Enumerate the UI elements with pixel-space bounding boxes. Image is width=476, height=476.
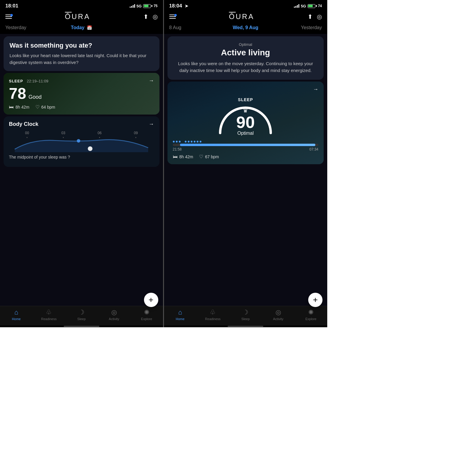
left-home-indicator-bar <box>64 326 99 327</box>
left-status-bar: 18:01 5G 75 <box>0 0 163 11</box>
left-clock-label-06: 06 <box>98 131 101 135</box>
right-share-icon[interactable]: ⬆ <box>308 13 313 20</box>
left-battery-tip <box>151 5 152 7</box>
left-sleep-card[interactable]: SLEEP 22:19–11:09 → 78 Good 🛏 8h 42m ♡ <box>4 73 159 115</box>
left-insight-card[interactable]: Was it something you ate? Looks like you… <box>4 36 159 71</box>
left-tab-today[interactable]: Today 📅 <box>56 24 107 32</box>
left-nav-activity[interactable]: ◎ Activity <box>98 309 131 321</box>
left-clock-labels: 00 03 06 09 <box>9 131 154 135</box>
left-sleep-icon: ☽ <box>79 309 84 316</box>
left-sleep-label-nav: Sleep <box>77 317 86 321</box>
left-nav-explore[interactable]: ✺ Explore <box>130 309 163 321</box>
left-phone: 18:01 5G 75 <box>0 0 164 327</box>
left-activity-icon: ◎ <box>111 309 117 316</box>
left-notification-dot <box>10 14 13 16</box>
left-nav-home[interactable]: ⌂ Home <box>0 309 33 321</box>
left-sleep-header: SLEEP 22:19–11:09 → <box>9 78 154 84</box>
left-body-clock-title: Body Clock <box>9 121 38 127</box>
left-midpoint-text: The midpoint of your sleep was ? <box>9 155 154 159</box>
left-nav-right: ⬆ ◎ <box>143 13 158 20</box>
left-network: 5G <box>137 4 142 8</box>
left-bottom-nav: ⌂ Home ♧ Readiness ☽ Sleep ◎ Activity ✺ … <box>0 306 163 325</box>
right-signal-bar-2 <box>295 6 296 8</box>
right-insight-card[interactable]: Optimal Active living Looks like you wer… <box>167 36 324 80</box>
right-phone: 18:04 ➤ 5G 74 <box>164 0 328 327</box>
left-sleep-time-range: 22:19–11:09 <box>27 79 48 83</box>
right-sleep-gauge-card[interactable]: → SLEEP ♛ 90 Optimal <box>167 82 324 164</box>
right-nav-readiness[interactable]: ♧ Readiness <box>196 309 229 321</box>
left-clock-label-09: 09 <box>134 131 138 135</box>
left-sleep-score-num: 78 <box>9 86 26 101</box>
left-sleep-quality: Good <box>29 94 42 100</box>
right-signal-bar-1 <box>294 7 295 8</box>
right-fab[interactable]: + <box>308 293 322 307</box>
right-location-icon: ➤ <box>185 4 188 8</box>
left-profile-icon[interactable]: ◎ <box>153 13 158 20</box>
right-logo-rest: URA <box>236 12 254 21</box>
right-sleep-duration: 8h 42m <box>179 154 193 159</box>
left-explore-label: Explore <box>141 317 152 321</box>
right-timeline-start: 21:58 <box>173 147 182 151</box>
signal-bar-2 <box>131 6 132 8</box>
right-activity-icon: ◎ <box>275 309 281 316</box>
right-timeline-bar-fill <box>180 144 315 146</box>
left-sleep-arc <box>9 137 154 152</box>
left-battery-fill <box>144 5 148 7</box>
left-tab-yesterday[interactable]: Yesterday <box>5 24 56 32</box>
left-sleep-label: SLEEP <box>9 79 23 83</box>
right-nav-explore[interactable]: ✺ Explore <box>295 309 327 321</box>
left-heart-icon: ♡ <box>35 104 40 110</box>
left-clock-label-00: 00 <box>25 131 29 135</box>
right-optimal-badge: Optimal <box>174 42 317 47</box>
right-nav-home[interactable]: ⌂ Home <box>164 309 197 321</box>
right-dot-5 <box>185 141 187 143</box>
right-time: 18:04 ➤ <box>169 3 188 9</box>
right-hamburger-icon[interactable] <box>169 15 176 19</box>
left-nav-readiness[interactable]: ♧ Readiness <box>33 309 65 321</box>
left-cal-icon: 📅 <box>87 25 92 30</box>
right-gauge-label: SLEEP <box>238 97 253 102</box>
right-readiness-icon: ♧ <box>210 309 216 316</box>
right-nav-activity[interactable]: ◎ Activity <box>262 309 295 321</box>
right-explore-label: Explore <box>305 317 316 321</box>
left-battery-body <box>143 4 151 8</box>
right-activity-label: Activity <box>273 317 284 321</box>
left-sleep-score: 78 Good <box>9 86 154 101</box>
right-dot-9 <box>197 141 198 143</box>
right-nav-sleep[interactable]: ☽ Sleep <box>229 309 262 321</box>
left-nav-left <box>5 15 12 19</box>
right-battery-body <box>308 4 315 8</box>
right-readiness-label: Readiness <box>205 317 220 321</box>
right-tab-current[interactable]: Wed, 9 Aug <box>220 24 271 32</box>
left-insight-body: Looks like your heart rate lowered late … <box>10 52 154 66</box>
right-bed-icon: 🛏 <box>173 154 178 159</box>
right-sleep-hr: 67 bpm <box>205 154 219 159</box>
left-signal <box>130 4 135 8</box>
right-timeline-times: 21:58 07:34 <box>173 147 319 151</box>
right-dot-2 <box>176 141 178 143</box>
left-battery: 75 <box>143 4 157 8</box>
left-body-clock-card[interactable]: Body Clock → 00 03 06 09 <box>4 116 159 167</box>
right-notification-dot <box>174 14 177 16</box>
right-home-label: Home <box>176 317 184 321</box>
right-sleep-hr-stat: ♡ 67 bpm <box>199 154 219 159</box>
right-signal-bar-4 <box>298 4 299 8</box>
left-share-icon[interactable]: ⬆ <box>143 13 148 20</box>
left-clock-timeline: 00 03 06 09 The midpoint <box>9 131 154 155</box>
right-gauge-svg-container: ♛ 90 Optimal <box>216 103 275 136</box>
right-tab-prev[interactable]: 8 Aug <box>169 24 220 32</box>
left-nav-sleep[interactable]: ☽ Sleep <box>65 309 98 321</box>
right-home-indicator-bar <box>228 326 263 327</box>
right-tab-next[interactable]: Yesterday <box>271 24 322 32</box>
left-readiness-label: Readiness <box>41 317 57 321</box>
left-insight-title: Was it something you ate? <box>10 42 154 49</box>
right-hamburger-line-3 <box>169 18 176 19</box>
left-top-nav: ŌURA ⬆ ◎ <box>0 11 163 23</box>
left-hamburger-icon[interactable] <box>5 15 12 19</box>
right-date-tabs: 8 Aug Wed, 9 Aug Yesterday <box>164 23 328 34</box>
left-fab[interactable]: + <box>144 293 158 307</box>
right-oura-logo: ŌURA <box>229 12 254 21</box>
right-nav-right: ⬆ ◎ <box>308 13 322 20</box>
right-profile-icon[interactable]: ◎ <box>317 13 322 20</box>
right-signal-bar-3 <box>297 5 298 8</box>
